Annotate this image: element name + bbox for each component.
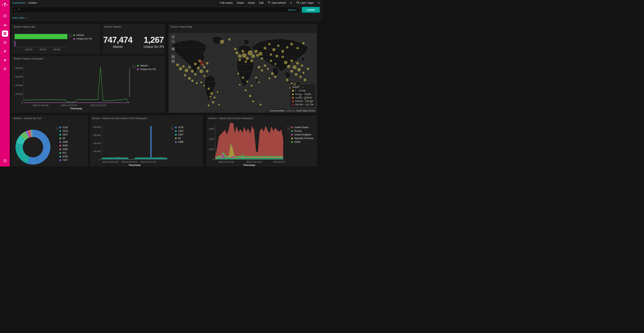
svg-text:200,000: 200,000: [15, 84, 22, 87]
ports-donut-chart[interactable]: [16, 130, 50, 165]
legend-dot-icon: [60, 127, 61, 128]
svg-text:200,000: 200,000: [25, 48, 32, 51]
fit-bounds-button[interactable]: [171, 47, 175, 51]
legend-label: 79,095 – 118,642: [295, 96, 312, 99]
legend-item[interactable]: 2323: [60, 130, 68, 133]
svg-text:Timestamp: Timestamp: [243, 164, 255, 167]
legend-label: 3347: [178, 133, 184, 136]
breadcrumb-current: Glutton: [28, 1, 37, 4]
draw-polygon-button[interactable]: [171, 55, 175, 59]
legend-label: 1 – 39,548: [295, 89, 305, 92]
legend-toggle-button[interactable]: ›: [132, 65, 136, 68]
sidebar-item-visualize[interactable]: [2, 22, 8, 28]
add-filter-button[interactable]: Add a filter+: [12, 16, 27, 19]
legend-toggle-button[interactable]: ›: [287, 126, 290, 130]
legend-item[interactable]: 5038: [60, 155, 68, 158]
legend-item[interactable]: 3128: [60, 126, 68, 129]
legend-dot-icon: [175, 127, 177, 128]
legend-dot-icon: [73, 38, 75, 40]
legend-item[interactable]: 98: [60, 137, 68, 140]
sidebar-item-dashboard[interactable]: [2, 31, 8, 37]
svg-text:2018-11-18 01:00: 2018-11-18 01:00: [102, 161, 118, 163]
legend-item[interactable]: 3390: [60, 148, 68, 151]
legend-item[interactable]: Republic of Korea: [291, 137, 313, 140]
legend-label: 118,642 – 158,189: [295, 100, 313, 102]
legend-item[interactable]: Attacks: [73, 34, 92, 37]
draw-rectangle-button[interactable]: [171, 59, 175, 63]
legend-label: 7007: [62, 159, 68, 162]
legend-dot-icon: [175, 134, 177, 136]
legend-item[interactable]: Attacks: [137, 64, 156, 67]
elastic-maps-link[interactable]: Elastic Maps Service: [296, 110, 315, 112]
share-button[interactable]: Share: [237, 1, 244, 4]
legend-item[interactable]: 3128: [175, 126, 184, 129]
sidebar-item-monitoring[interactable]: [2, 57, 8, 63]
breadcrumb-separator: /: [26, 1, 27, 4]
legend-toggle-button[interactable]: ›: [171, 126, 174, 130]
time-range-picker[interactable]: Last 7 days: [296, 1, 314, 5]
chevron-down-icon[interactable]: ▾: [302, 86, 304, 88]
legend-dot-icon: [60, 141, 61, 143]
legend-toggle-button[interactable]: ›: [68, 34, 72, 38]
bot-icon: [3, 41, 7, 44]
zoom-out-button[interactable]: −: [171, 39, 175, 43]
legend-item[interactable]: 8080: [60, 144, 68, 147]
legend-item[interactable]: Unique Src IPs: [73, 38, 92, 40]
sidebar-collapse-button[interactable]: [2, 158, 8, 164]
query-input[interactable]: >_ * Options: [12, 7, 300, 13]
legend-item[interactable]: 3388: [60, 141, 68, 143]
legend-label: 2323: [178, 130, 184, 133]
legend-item[interactable]: United States: [291, 126, 313, 129]
legend-item[interactable]: 7007: [60, 159, 68, 162]
attacks-histogram-chart[interactable]: 0100,000200,000300,000400,0002018-11-18 …: [14, 63, 131, 111]
legend-dot-icon: [292, 104, 294, 106]
full-screen-button[interactable]: Full screen: [220, 1, 233, 4]
legend-item[interactable]: United Kingdom: [291, 133, 313, 136]
legend-label: Attacks: [76, 34, 84, 37]
sidebar-item-honeypot[interactable]: [2, 39, 8, 46]
donut-chart[interactable]: [16, 130, 50, 165]
openstreetmap-link[interactable]: OpenStreetMap: [270, 110, 284, 112]
panel-title: Glutton Attacks Histogram: [12, 56, 165, 62]
svg-text:400,000: 400,000: [15, 67, 22, 69]
legend-scrollbar[interactable]: [129, 68, 130, 97]
legend-item[interactable]: 3388: [175, 141, 184, 143]
legend-dot-icon: [73, 34, 75, 36]
zoom-in-button[interactable]: +: [171, 35, 175, 39]
legend-label: Unique Src IPs: [76, 38, 92, 40]
attacks-histogram-legend: AttacksUnique Src IPs: [137, 64, 156, 71]
metric-label: Attacks: [103, 45, 132, 49]
attack-map[interactable]: + − Count ▾ 1 – 39,54839,548 – 79,09579,…: [169, 33, 317, 113]
svg-text:2018-11-22 01:00: 2018-11-22 01:00: [140, 161, 156, 163]
legend-item[interactable]: Unique Src IPs: [137, 68, 156, 71]
sidebar-item-discover[interactable]: [2, 13, 8, 19]
svg-text:600,000: 600,000: [53, 48, 60, 51]
legend-item[interactable]: Russia: [291, 130, 313, 133]
country-chart[interactable]: 02,0004,0006,0002018-11-18 01:002018-11-…: [206, 123, 285, 167]
dest-ports-chart[interactable]: 0100,000200,000300,000400,0002018-11-18 …: [91, 123, 169, 167]
breadcrumb-dashboard-link[interactable]: Dashboard: [12, 1, 25, 4]
time-forward-button[interactable]: [318, 2, 320, 4]
legend-item[interactable]: 2323: [175, 130, 184, 133]
legend-item[interactable]: 502: [60, 152, 68, 154]
clone-button[interactable]: Clone: [248, 1, 255, 4]
legend-toggle-button[interactable]: ›: [55, 126, 59, 130]
time-back-button[interactable]: [290, 2, 292, 4]
legend-item[interactable]: 98: [175, 137, 184, 140]
update-button[interactable]: Update: [302, 7, 320, 13]
legend-item[interactable]: China: [291, 141, 313, 143]
sidebar-item-dev-tools[interactable]: [2, 48, 8, 54]
sidebar-item-management[interactable]: [2, 66, 8, 72]
query-options-link[interactable]: Options: [288, 9, 297, 11]
legend-item[interactable]: 3347: [175, 133, 184, 136]
panel-attack-map: Glutton Attack Map: [168, 24, 317, 113]
map-controls: + −: [171, 35, 175, 63]
legend-dot-icon: [60, 145, 61, 147]
panel-attacks-by-port: Glutton - Attacks by Port › 312823233347…: [11, 115, 88, 167]
attacks-bar-chart[interactable]: 200,000400,000600,000: [14, 32, 70, 53]
bar-chart-icon: [3, 23, 7, 27]
legend-label: 3388: [62, 141, 68, 143]
legend-item[interactable]: 3347: [60, 133, 68, 136]
auto-refresh-button[interactable]: Auto-refresh: [268, 1, 286, 5]
edit-button[interactable]: Edit: [259, 1, 263, 4]
